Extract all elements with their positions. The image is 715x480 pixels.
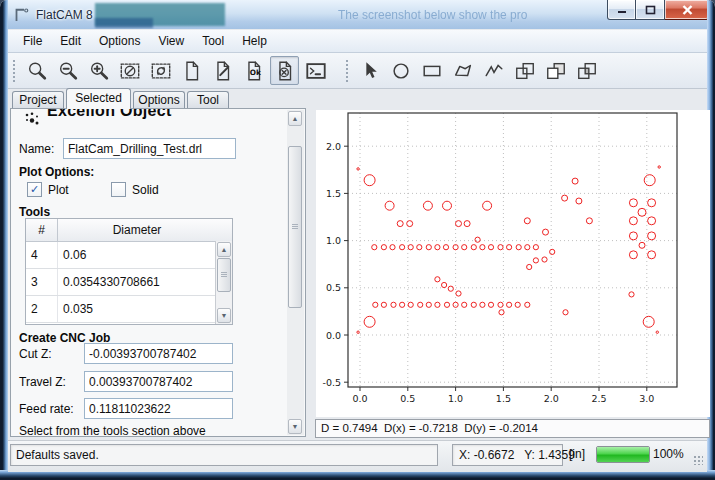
- svg-text:Ok: Ok: [249, 68, 261, 77]
- toolbar: Ok: [8, 53, 707, 89]
- window-title: FlatCAM 8: [36, 8, 93, 22]
- zoom-in-button[interactable]: [84, 56, 113, 85]
- close-button[interactable]: [665, 0, 710, 20]
- scroll-down-arrow[interactable]: ▼: [217, 308, 231, 323]
- feed-rate-input[interactable]: [84, 398, 233, 419]
- shell-button[interactable]: [301, 56, 330, 85]
- table-row[interactable]: 30.0354330708661: [26, 269, 232, 296]
- draw-path-icon: [483, 60, 505, 82]
- tool-number-cell[interactable]: 3: [26, 269, 58, 295]
- menu-item-file[interactable]: File: [14, 32, 51, 50]
- toolbar-drag-handle[interactable]: [12, 59, 16, 83]
- cut-z-input[interactable]: [84, 343, 233, 364]
- zoom-fit-button[interactable]: [22, 56, 51, 85]
- table-row[interactable]: 40.06: [26, 242, 232, 269]
- checkbox-empty-icon: [111, 182, 126, 197]
- travel-z-input[interactable]: [84, 371, 233, 392]
- ok-file-button[interactable]: Ok: [239, 56, 268, 85]
- svg-text:0.5: 0.5: [400, 393, 415, 404]
- menu-item-view[interactable]: View: [149, 32, 193, 50]
- flatcam-window: The screenshot below show the pro FlatCA…: [0, 0, 715, 480]
- panel-scrollbar[interactable]: ▲ ▼: [287, 110, 304, 435]
- tab-selected[interactable]: Selected: [66, 88, 131, 109]
- name-input[interactable]: [63, 138, 236, 159]
- replot-button[interactable]: [146, 56, 175, 85]
- tab-project[interactable]: Project: [12, 91, 64, 109]
- intersect-icon: [576, 60, 598, 82]
- column-header-diameter[interactable]: Diameter: [58, 219, 216, 241]
- progress-percent: 100%: [653, 447, 684, 461]
- background-ghost-artifact: [95, 18, 153, 28]
- progress-bar: [596, 446, 650, 463]
- svg-text:0.5: 0.5: [326, 282, 341, 293]
- tool-number-cell[interactable]: 2: [26, 296, 58, 322]
- tools-hint-text: Select from the tools section above: [19, 424, 206, 437]
- scrollbar-thumb[interactable]: [217, 258, 231, 292]
- plot-checkbox[interactable]: ✓ Plot: [27, 182, 69, 197]
- menu-item-options[interactable]: Options: [90, 32, 149, 50]
- travel-z-label: Travel Z:: [19, 375, 66, 389]
- table-header: # Diameter: [26, 219, 232, 242]
- close-icon: [682, 5, 693, 15]
- delete-file-button[interactable]: [270, 56, 299, 85]
- zoom-out-button[interactable]: [53, 56, 82, 85]
- draw-polygon-button[interactable]: [448, 56, 477, 85]
- clear-plot-button[interactable]: [115, 56, 144, 85]
- draw-circle-icon: [390, 60, 412, 82]
- table-scrollbar[interactable]: ▲ ▼: [215, 241, 232, 324]
- column-header-number[interactable]: #: [26, 219, 58, 241]
- draw-circle-button[interactable]: [386, 56, 415, 85]
- menu-item-edit[interactable]: Edit: [51, 32, 90, 50]
- svg-text:3.0: 3.0: [639, 393, 654, 404]
- maximize-icon: [645, 5, 656, 15]
- selected-panel: Excellon Object Name: Plot Options: ✓ Pl…: [10, 108, 306, 437]
- union-icon: [514, 60, 536, 82]
- edit-file-icon: [212, 60, 234, 82]
- solid-checkbox[interactable]: Solid: [111, 182, 159, 197]
- tab-tool[interactable]: Tool: [187, 91, 229, 109]
- plot-canvas[interactable]: 0.00.51.01.52.02.53.0-0.50.00.51.01.52.0: [316, 110, 710, 417]
- tool-diameter-cell[interactable]: 0.06: [58, 242, 216, 268]
- shell-icon: [305, 60, 327, 82]
- pointer-button[interactable]: [355, 56, 384, 85]
- tab-options[interactable]: Options: [133, 91, 185, 109]
- draw-rectangle-icon: [421, 60, 443, 82]
- new-file-button[interactable]: [177, 56, 206, 85]
- delete-file-icon: [274, 60, 296, 82]
- checkbox-check-icon: ✓: [27, 182, 42, 197]
- tool-diameter-cell[interactable]: 0.035: [58, 296, 216, 322]
- subtract-button[interactable]: [541, 56, 570, 85]
- minimize-button[interactable]: [607, 0, 636, 20]
- cursor-position-readout: X: -0.6672 Y: 1.4359: [452, 444, 563, 466]
- scroll-up-arrow[interactable]: ▲: [288, 111, 302, 126]
- draw-rectangle-button[interactable]: [417, 56, 446, 85]
- plot-options-label: Plot Options:: [19, 165, 94, 179]
- excellon-drill-icon: [23, 111, 43, 133]
- svg-text:2.0: 2.0: [326, 141, 341, 152]
- draw-path-button[interactable]: [479, 56, 508, 85]
- tab-bar: ProjectSelectedOptionsTool: [8, 88, 707, 108]
- name-label: Name:: [19, 142, 54, 156]
- zoom-in-icon: [88, 60, 110, 82]
- scroll-down-arrow[interactable]: ▼: [288, 419, 302, 434]
- edit-file-button[interactable]: [208, 56, 237, 85]
- units-label: [in]: [569, 447, 585, 461]
- menu-item-help[interactable]: Help: [233, 32, 276, 50]
- zoom-out-icon: [57, 60, 79, 82]
- tool-diameter-cell[interactable]: 0.0354330708661: [58, 269, 216, 295]
- scroll-up-arrow[interactable]: ▲: [217, 242, 231, 257]
- tool-number-cell[interactable]: 4: [26, 242, 58, 268]
- union-button[interactable]: [510, 56, 539, 85]
- resize-grip-icon[interactable]: [693, 455, 703, 465]
- table-row[interactable]: 20.035: [26, 296, 232, 323]
- maximize-button[interactable]: [636, 0, 665, 20]
- menu-item-tool[interactable]: Tool: [193, 32, 233, 50]
- drill-pattern-plot: 0.00.51.01.52.02.53.0-0.50.00.51.01.52.0: [316, 110, 710, 417]
- svg-text:0.0: 0.0: [352, 393, 367, 404]
- scrollbar-thumb[interactable]: [288, 146, 302, 308]
- draw-polygon-icon: [452, 60, 474, 82]
- intersect-button[interactable]: [572, 56, 601, 85]
- title-bar[interactable]: The screenshot below show the pro FlatCA…: [0, 0, 715, 30]
- toolbar-drag-handle[interactable]: [345, 59, 349, 83]
- svg-text:2.0: 2.0: [544, 393, 559, 404]
